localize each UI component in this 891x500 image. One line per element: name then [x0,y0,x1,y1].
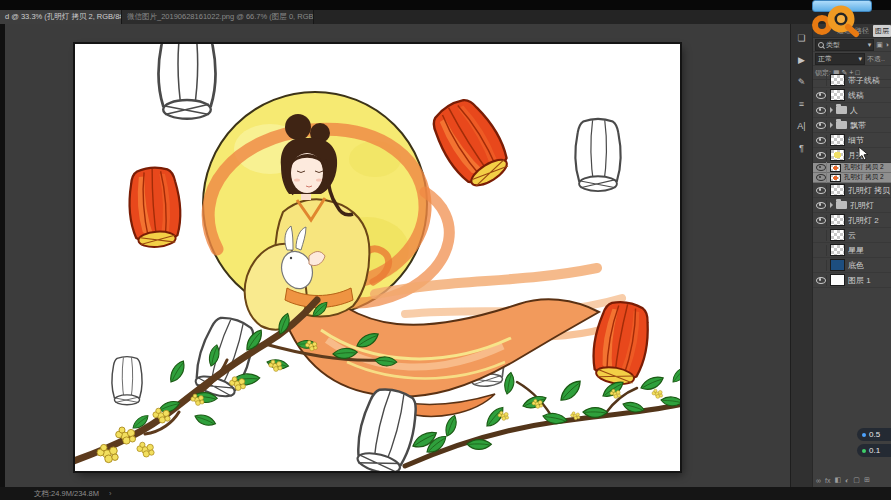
chevron-right-icon[interactable] [830,107,833,113]
layers-list: 带子线稿线稿人飘带细节月亮孔明灯 拷贝 2孔明灯 拷贝 2孔明灯 拷贝孔明灯孔明… [813,73,891,288]
status-expand-caret[interactable]: › [109,489,112,498]
layer-row[interactable]: 星星 [813,243,891,258]
layer-row[interactable]: 人 [813,103,891,118]
overlay-badge[interactable]: 0.5 [857,428,891,441]
panel-footer-icon[interactable]: ∞ [816,477,821,484]
layer-name: 孔明灯 [850,200,874,211]
chevron-right-icon[interactable] [830,122,833,128]
eye-toggle[interactable] [815,185,827,196]
brush-panel-icon[interactable]: ✎ [794,75,810,88]
panel-footer-icon[interactable]: ▢ [853,476,860,484]
chevron-right-icon[interactable] [830,202,833,208]
layer-row[interactable]: 月亮 [813,148,891,163]
layer-row[interactable]: 孔明灯 拷贝 [813,183,891,198]
layer-thumbnail [830,274,845,286]
actions-panel-icon[interactable]: ▶ [794,53,810,66]
layer-name: 人 [850,105,858,116]
badge-value: 0.1 [869,446,880,455]
character-panel-icon[interactable]: A| [794,119,810,132]
filter-icon[interactable]: ▣ [876,41,885,48]
document-size-info: 文档:24.9M/234.8M [34,489,99,499]
layers-panel-footer: ∞fx◧◐▢⊞ [816,475,891,485]
eye-icon [816,92,826,99]
eye-icon [816,217,826,224]
eye-toggle[interactable] [815,245,827,256]
layer-name: 线稿 [848,90,864,101]
overlay-badge[interactable]: 0.1 [857,444,891,457]
layer-row[interactable]: 孔明灯 2 [813,213,891,228]
left-edge [0,24,5,487]
layer-thumbnail [830,149,845,161]
eye-toggle[interactable] [815,120,827,131]
panel-footer-icon[interactable]: ⊞ [864,476,870,484]
layer-thumbnail [830,164,841,172]
adjustments-panel-icon[interactable]: ≡ [794,97,810,110]
layer-name: 孔明灯 2 [848,215,879,226]
eye-toggle[interactable] [815,200,827,211]
layer-row[interactable]: 云 [813,228,891,243]
layer-thumbnail [830,214,845,226]
panel-tab[interactable]: 图层 [873,25,891,37]
layer-thumbnail [830,259,845,271]
layer-thumbnail [830,244,845,256]
eye-toggle[interactable] [815,105,827,116]
eye-toggle[interactable] [815,75,827,86]
eye-icon [816,152,826,159]
layer-row[interactable]: 图层 1 [813,273,891,288]
tab-label: 微信图片_20190628161022.png @ 66.7% (图层 0, R… [127,12,314,22]
eye-toggle[interactable] [815,215,827,226]
layer-thumbnail [830,184,845,196]
panel-footer-icon[interactable]: ◧ [834,476,841,484]
eye-icon [816,164,826,171]
artwork [75,44,680,471]
layer-row[interactable]: 底色 [813,258,891,273]
layer-name: 孔明灯 拷贝 2 [844,173,884,182]
opacity-label: 不透.. [867,54,885,64]
layer-thumbnail [830,174,841,182]
layer-row[interactable]: 带子线稿 [813,73,891,88]
layer-row[interactable]: 细节 [813,133,891,148]
layer-name: 图层 1 [848,275,871,286]
layer-name: 星星 [848,245,864,256]
layer-row[interactable]: 线稿 [813,88,891,103]
eye-toggle[interactable] [815,230,827,241]
layer-row[interactable]: 飘带 [813,118,891,133]
document-tab[interactable]: d @ 33.3% (孔明灯 拷贝 2, RGB/8#) *× [0,10,122,24]
eye-icon [816,277,826,284]
eye-toggle[interactable] [815,260,827,271]
badge-value: 0.5 [869,430,880,439]
filter-icons[interactable]: ▣ ◑ [876,41,889,49]
tab-bar: d @ 33.3% (孔明灯 拷贝 2, RGB/8#) *×微信图片_2019… [0,10,891,24]
eye-icon [816,122,826,129]
eye-toggle[interactable] [815,150,827,161]
layer-row[interactable]: 孔明灯 [813,198,891,213]
blend-mode-value: 正常 [818,54,832,64]
chevron-down-icon: ▾ [868,41,872,49]
document-tab[interactable]: 微信图片_20190628161022.png @ 66.7% (图层 0, R… [122,10,314,24]
blend-mode-select[interactable]: 正常 ▾ [815,53,865,65]
panel-dock: ❏▶✎≡A|¶ [790,24,812,487]
folder-icon [836,201,847,209]
canvas[interactable] [75,44,680,471]
eye-toggle[interactable] [815,172,827,183]
layer-thumbnail [830,89,845,101]
panel-footer-icon[interactable]: fx [825,477,830,484]
filter-icon[interactable]: ◑ [885,41,889,48]
eye-icon [816,137,826,144]
tab-label: d @ 33.3% (孔明灯 拷贝 2, RGB/8#) * [5,12,122,22]
eye-toggle[interactable] [815,135,827,146]
paragraph-panel-icon[interactable]: ¶ [794,141,810,154]
eye-toggle[interactable] [815,90,827,101]
eye-toggle[interactable] [815,275,827,286]
folder-icon [836,121,847,129]
window-top-strip [0,0,891,10]
layer-row[interactable]: 孔明灯 拷贝 2 [813,173,891,183]
badge-dot [862,449,866,453]
badge-dot [862,433,866,437]
search-icon [818,42,824,48]
eye-icon [816,202,826,209]
panel-footer-icon[interactable]: ◐ [845,477,849,484]
watermark-logo [808,4,862,42]
layer-thumbnail [830,229,845,241]
layers-panel: 通道路径图层 类型 ▾ ▣ ◑ 正常 ▾ 不透.. 锁定: ▦ ✎ + □ 带子… [812,24,891,487]
